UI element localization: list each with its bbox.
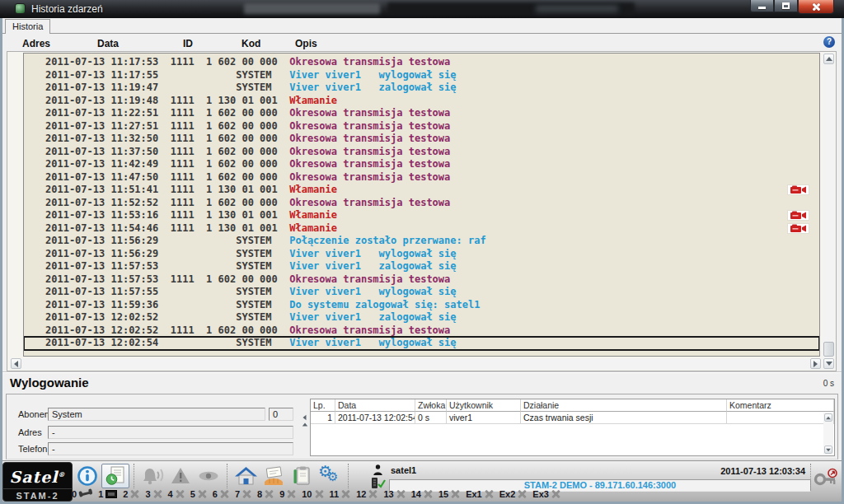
event-row[interactable]: 2011-07-13 12:02:54 SYSTEM Viver viver1 … [24, 337, 819, 350]
minimize-button[interactable] [750, 0, 774, 12]
event-row[interactable]: 2011-07-13 11:17:55 SYSTEM Viver viver1 … [24, 69, 819, 82]
event-row[interactable]: 2011-07-13 11:42:49 1111 1 602 00 000 Ok… [24, 158, 819, 171]
alarm-bell-button[interactable] [138, 464, 166, 488]
event-row[interactable]: 2011-07-13 11:57:53 SYSTEM Viver viver1 … [24, 260, 819, 273]
event-row[interactable]: 2011-07-13 11:17:53 1111 1 602 00 000 Ok… [24, 56, 819, 69]
history-window: Historia zdarzeń Historia Adres Data ID … [0, 0, 844, 504]
channel-Ex1[interactable]: Ex1 [466, 489, 494, 499]
col-kod[interactable]: Kod [241, 38, 260, 49]
col-opis[interactable]: Opis [295, 38, 317, 49]
vertical-scrollbar[interactable] [823, 53, 835, 370]
camera-icon[interactable] [787, 223, 809, 234]
event-row[interactable]: 2011-07-13 11:57:53 1111 1 602 00 000 Ok… [24, 273, 819, 287]
event-row[interactable]: 2011-07-13 11:27:51 1111 1 602 00 000 Ok… [24, 120, 819, 133]
col-adres[interactable]: Adres [22, 38, 50, 49]
col-lp[interactable]: Lp. [311, 399, 335, 412]
channel-14[interactable]: 14 [411, 489, 433, 499]
horizontal-scrollbar[interactable] [10, 358, 822, 370]
notes-button[interactable] [288, 464, 316, 488]
table-row[interactable]: 1 2011-07-13 12:02:54 0 s viver1 Czas tr… [311, 412, 834, 424]
scroll-thumb[interactable] [823, 342, 834, 357]
toolbar-separator [134, 464, 134, 488]
disconnected-x-icon [485, 490, 494, 498]
col-dzialanie[interactable]: Działanie [521, 399, 727, 412]
home-button[interactable] [232, 464, 260, 488]
telefon-field[interactable]: - [48, 442, 293, 455]
event-row[interactable]: 2011-07-13 11:56:29 SYSTEM Połączenie zo… [24, 235, 819, 248]
channel-10[interactable]: 10 [302, 489, 323, 499]
channel-6[interactable]: 6 [213, 489, 229, 499]
channel-12[interactable]: 12 [356, 489, 377, 499]
channel-9[interactable]: 9 [279, 489, 296, 499]
scroll-right-button[interactable] [810, 358, 821, 369]
event-row[interactable]: 2011-07-13 11:47:50 1111 1 602 00 000 Ok… [24, 171, 819, 184]
event-row[interactable]: 2011-07-13 11:32:50 1111 1 602 00 000 Ok… [24, 133, 819, 146]
event-row[interactable]: 2011-07-13 11:19:48 1111 1 130 01 001 Wł… [24, 95, 819, 108]
col-data[interactable]: Data [97, 38, 119, 49]
channel-0[interactable]: 0 [72, 489, 92, 499]
abonent-field[interactable]: System [48, 408, 265, 421]
event-row[interactable]: 2011-07-13 11:54:46 1111 1 130 01 001 Wł… [24, 222, 819, 236]
scroll-up-button[interactable] [823, 54, 834, 64]
col-komentarz[interactable]: Komentarz [727, 399, 834, 412]
channel-Ex2[interactable]: Ex2 [499, 489, 528, 499]
channel-Ex3[interactable]: Ex3 [532, 489, 560, 499]
channel-7[interactable]: 7 [235, 489, 251, 499]
settings-button[interactable]: ⚙⚙ [316, 464, 344, 488]
col-uzytkownik[interactable]: Użytkownik [447, 399, 521, 412]
view-button[interactable] [195, 464, 223, 488]
event-row[interactable]: 2011-07-13 11:51:41 1111 1 130 01 001 Wł… [24, 184, 819, 197]
channel-15[interactable]: 15 [438, 489, 460, 499]
col-zwloka[interactable]: Zwłoka [415, 399, 447, 412]
info-button[interactable] [73, 464, 101, 488]
column-headers: Adres Data ID Kod Opis ? [2, 34, 842, 51]
channel-1[interactable]: 1 [98, 489, 117, 499]
subscribers-button[interactable] [260, 464, 288, 488]
event-row[interactable]: 2011-07-13 11:53:16 1111 1 130 01 001 Wł… [24, 209, 819, 222]
channel-3[interactable]: 3 [145, 489, 162, 499]
channel-2[interactable]: 2 [123, 489, 139, 499]
warning-button[interactable] [166, 464, 195, 488]
toolbar-separator [348, 464, 349, 488]
event-row[interactable]: 2011-07-13 12:02:52 1111 1 602 00 000 Ok… [24, 324, 819, 338]
event-row[interactable]: 2011-07-13 11:19:47 SYSTEM Viver viver1 … [24, 82, 819, 95]
abonent-number-field[interactable]: 0 [269, 408, 293, 421]
abonent-label: Abonent [18, 409, 52, 419]
channel-11[interactable]: 11 [330, 489, 351, 499]
tab-historia[interactable]: Historia [5, 19, 50, 34]
camera-icon-glyph [790, 224, 808, 233]
channel-13[interactable]: 13 [383, 489, 405, 499]
event-row[interactable]: 2011-07-13 11:57:55 SYSTEM Viver viver1 … [24, 286, 819, 299]
tab-strip: Historia [2, 18, 842, 34]
adres-field[interactable]: - [48, 426, 293, 439]
event-row[interactable]: 2011-07-13 11:22:51 1111 1 602 00 000 Ok… [24, 107, 819, 120]
camera-icon[interactable] [787, 184, 809, 195]
history-button[interactable] [101, 464, 129, 488]
splitter-handle[interactable] [302, 413, 308, 431]
system-datetime: 2011-07-13 12:03:34 [720, 466, 805, 476]
channel-5[interactable]: 5 [190, 489, 207, 499]
event-row[interactable]: 2011-07-13 11:37:50 1111 1 602 00 000 Ok… [24, 146, 819, 159]
key-button[interactable] [813, 468, 838, 488]
event-row[interactable]: 2011-07-13 11:59:36 SYSTEM Do systemu za… [24, 299, 819, 312]
event-row[interactable]: 2011-07-13 11:56:29 SYSTEM Viver viver1 … [24, 248, 819, 261]
col-data2[interactable]: Data [335, 399, 415, 412]
event-row[interactable]: 2011-07-13 12:02:52 SYSTEM Viver viver1 … [24, 311, 819, 324]
close-button[interactable] [798, 0, 834, 14]
channel-8[interactable]: 8 [257, 489, 274, 499]
maximize-button[interactable] [774, 0, 798, 12]
table-scrollbar[interactable] [823, 413, 833, 455]
event-row[interactable]: 2011-07-13 11:52:52 1111 1 602 00 000 Ok… [24, 197, 819, 210]
event-list: 2011-07-13 11:17:53 1111 1 602 00 000 Ok… [23, 53, 820, 357]
camera-icon[interactable] [787, 210, 809, 221]
col-id[interactable]: ID [183, 38, 193, 49]
scroll-left-button[interactable] [11, 358, 21, 369]
scroll-down-button[interactable] [823, 358, 834, 369]
maximize-icon [782, 2, 790, 9]
help-icon[interactable]: ? [823, 36, 835, 48]
channel-strip: 0123456789101112131415Ex1Ex2Ex3 [72, 488, 566, 500]
table-scroll-down[interactable] [824, 446, 832, 454]
table-scroll-up[interactable] [824, 413, 832, 422]
channel-4[interactable]: 4 [168, 489, 185, 499]
disconnected-x-icon [287, 490, 296, 498]
